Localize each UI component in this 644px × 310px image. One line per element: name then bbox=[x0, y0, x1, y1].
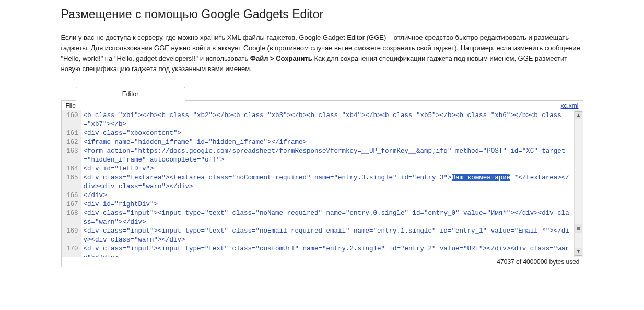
code-line: <div class="input"><input type="text" cl… bbox=[84, 209, 572, 227]
tab-editor[interactable]: Editor bbox=[76, 87, 185, 101]
line-number-gutter: 160 161162163 164165 166167168 169 170 1… bbox=[62, 110, 81, 257]
editor-menubar: File xc.xml bbox=[62, 101, 583, 110]
code-line: </div> bbox=[84, 191, 572, 200]
code-line: <b class="xb1"></b><b class="xb2"></b><b… bbox=[84, 111, 572, 129]
code-line: <div class="input"><input type="text" cl… bbox=[84, 245, 572, 257]
code-line: <div id="leftDiv"> bbox=[84, 165, 572, 174]
scroll-thumb[interactable]: ≡ bbox=[575, 224, 582, 233]
vertical-scrollbar[interactable]: ▲ ≡ ▼ bbox=[574, 110, 583, 257]
editor-tab-row: Editor bbox=[61, 86, 583, 101]
code-line: <div class="textarea"><textarea class="n… bbox=[84, 174, 572, 191]
code-line: <iframe name="hidden_iframe" id="hidden_… bbox=[84, 138, 572, 147]
code-editor[interactable]: <b class="xb1"></b><b class="xb2"></b><b… bbox=[81, 110, 574, 257]
editor-statusbar: 47037 of 4000000 bytes used bbox=[62, 257, 583, 267]
filename-link[interactable]: xc.xml bbox=[561, 102, 579, 109]
page-title: Размещение с помощью Google Gadgets Edit… bbox=[61, 7, 583, 25]
code-line: <div class="xboxcontent"> bbox=[84, 129, 572, 138]
menu-path-bold: Файл > Сохранить bbox=[250, 54, 312, 62]
editor-frame: File xc.xml 160 161162163 164165 1661671… bbox=[61, 101, 583, 267]
intro-paragraph: Если у вас не доступа к серверу, где мож… bbox=[61, 32, 583, 75]
code-line: <div id="rightDiv"> bbox=[84, 200, 572, 209]
scroll-up-button[interactable]: ▲ bbox=[575, 111, 582, 119]
menu-file[interactable]: File bbox=[66, 102, 76, 109]
code-line: <div class="input"><input type="text" cl… bbox=[84, 227, 572, 245]
scroll-down-button[interactable]: ▼ bbox=[575, 248, 582, 256]
code-line: <form action="https://docs.google.com/sp… bbox=[84, 147, 572, 165]
